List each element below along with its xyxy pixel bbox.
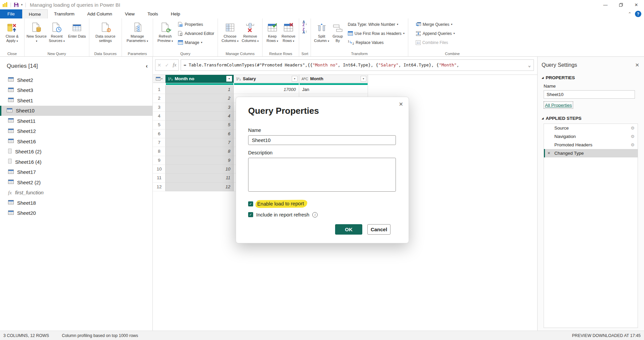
row-number[interactable]: 3 xyxy=(153,103,166,112)
append-queries-button[interactable]: Append Queries ▾ xyxy=(414,29,456,38)
whole-number-type-icon[interactable]: 1²₃ xyxy=(236,77,241,81)
data-type-button[interactable]: Data Type: Whole Number ▾ xyxy=(347,20,406,29)
tab-help[interactable]: Help xyxy=(165,9,187,18)
query-item-sheet11[interactable]: Sheet11 xyxy=(0,116,152,126)
cell-month-no[interactable]: 2 xyxy=(166,94,234,103)
cell-month-no[interactable]: 9 xyxy=(166,156,234,165)
cancel-button[interactable]: Cancel xyxy=(367,224,390,235)
save-icon[interactable] xyxy=(14,2,19,7)
replace-values-button[interactable]: 1↳2 Replace Values xyxy=(347,38,406,47)
cell-month-no[interactable]: 11 xyxy=(166,174,234,182)
close-query-settings-icon[interactable]: ✕ xyxy=(635,62,639,68)
enter-data-button[interactable]: Enter Data xyxy=(67,20,87,39)
text-type-icon[interactable]: AᴮC xyxy=(302,77,308,81)
column-header-month-no[interactable]: 1²₃ Month no ▾ xyxy=(166,75,234,83)
cell-month-no[interactable]: 4 xyxy=(166,112,234,120)
minimize-button[interactable]: — xyxy=(598,0,613,9)
description-textarea[interactable] xyxy=(248,158,396,192)
applied-step-promoted-headers[interactable]: Promoted Headers⚙ xyxy=(544,141,638,149)
settings-name-input[interactable] xyxy=(544,90,635,99)
row-number[interactable]: 2 xyxy=(153,94,166,103)
column-header-salary[interactable]: 1²₃ Salary ▾ xyxy=(234,75,299,83)
close-and-apply-button[interactable]: Close & Apply ▾ xyxy=(2,20,22,43)
query-item-sheet2[interactable]: Sheet2 xyxy=(0,75,152,85)
row-number[interactable]: 12 xyxy=(153,183,166,191)
cell-month-no[interactable]: 8 xyxy=(166,147,234,156)
data-source-settings-button[interactable]: ⚙ Data source settings xyxy=(91,20,120,43)
tab-home[interactable]: Home xyxy=(22,9,48,18)
query-item-sheet17[interactable]: Sheet17 xyxy=(0,167,152,178)
column-header-month[interactable]: AᴮC Month ▾ xyxy=(299,75,368,83)
collapse-ribbon-icon[interactable]: ⌃ xyxy=(628,11,632,16)
enable-load-checkbox[interactable]: ✓ xyxy=(248,201,253,206)
use-first-row-as-headers-button[interactable]: Use First Row as Headers ▾ xyxy=(347,29,406,38)
close-window-button[interactable]: ✕ xyxy=(629,0,644,9)
column-filter-icon[interactable]: ▾ xyxy=(361,76,366,82)
manage-parameters-button[interactable]: Manage Parameters ▾ xyxy=(124,20,151,43)
cell-month-no[interactable]: 7 xyxy=(166,138,234,147)
remove-columns-button[interactable]: Remove Columns ▾ xyxy=(240,20,260,43)
applied-step-navigation[interactable]: Navigation⚙ xyxy=(544,132,638,141)
include-refresh-checkbox[interactable]: ✓ xyxy=(248,212,253,217)
fx-icon[interactable]: fx xyxy=(173,62,177,68)
row-number[interactable]: 11 xyxy=(153,174,166,182)
maximize-button[interactable] xyxy=(613,0,629,9)
tab-tools[interactable]: Tools xyxy=(141,9,165,18)
applied-step-changed-type[interactable]: ✕Changed Type xyxy=(544,149,638,157)
group-by-button[interactable]: Group By xyxy=(330,20,345,43)
merge-queries-button[interactable]: Merge Queries ▾ xyxy=(414,20,456,29)
cancel-formula-icon[interactable]: ✕ xyxy=(157,62,162,68)
advanced-editor-button[interactable]: Advanced Editor xyxy=(177,29,216,38)
step-settings-icon[interactable]: ⚙ xyxy=(631,134,635,139)
choose-columns-button[interactable]: Choose Columns ▾ xyxy=(220,20,240,43)
tab-view[interactable]: View xyxy=(119,9,141,18)
row-number[interactable]: 5 xyxy=(153,120,166,129)
column-filter-icon[interactable]: ▾ xyxy=(292,76,297,82)
sort-descending-button[interactable]: ZA↓ xyxy=(301,27,309,35)
column-filter-icon[interactable]: ▾ xyxy=(226,76,232,82)
ok-button[interactable]: OK xyxy=(335,224,362,235)
row-number[interactable]: 1 xyxy=(153,85,166,94)
step-settings-icon[interactable]: ⚙ xyxy=(631,142,635,147)
cell-month-no[interactable]: 1 xyxy=(166,85,234,94)
delete-step-icon[interactable]: ✕ xyxy=(547,151,550,155)
sort-ascending-button[interactable]: AZ↓ xyxy=(301,20,309,27)
help-icon[interactable]: ? xyxy=(635,11,641,17)
properties-button[interactable]: Properties xyxy=(177,20,216,29)
query-item-sheet12[interactable]: Sheet12 xyxy=(0,126,152,137)
properties-section-header[interactable]: ◢ PROPERTIES xyxy=(538,75,644,80)
query-item-sheet3[interactable]: Sheet3 xyxy=(0,85,152,96)
query-item-first-function[interactable]: fxfirst_function xyxy=(0,188,152,198)
cell-month-no[interactable]: 10 xyxy=(166,165,234,174)
applied-step-source[interactable]: Source⚙ xyxy=(544,124,638,132)
query-item-sheet16-2[interactable]: Sheet16 (2) xyxy=(0,147,152,157)
row-number[interactable]: 9 xyxy=(153,156,166,165)
row-number[interactable]: 4 xyxy=(153,112,166,120)
quick-access-dropdown-icon[interactable]: ▾ xyxy=(21,3,23,6)
expand-formula-bar-icon[interactable]: ⌄ xyxy=(525,62,531,68)
keep-rows-button[interactable]: Keep Rows ▾ xyxy=(265,20,280,43)
cell-month-no[interactable]: 5 xyxy=(166,120,234,129)
collapse-queries-pane-icon[interactable]: ‹ xyxy=(146,63,148,69)
step-settings-icon[interactable]: ⚙ xyxy=(631,126,635,131)
split-column-button[interactable]: Split Column ▾ xyxy=(313,20,330,43)
row-number[interactable]: 7 xyxy=(153,138,166,147)
formula-input[interactable]: = Table.TransformColumnTypes(#"Promoted … xyxy=(181,59,534,71)
query-item-sheet16[interactable]: Sheet16 xyxy=(0,136,152,147)
query-item-sheet18[interactable]: Sheet18 xyxy=(0,198,152,208)
query-item-sheet1[interactable]: Sheet1 xyxy=(0,95,152,106)
cell-month-no[interactable]: 12 xyxy=(166,183,234,191)
info-icon[interactable]: i xyxy=(312,212,318,217)
tab-transform[interactable]: Transform xyxy=(48,9,81,18)
profiling-status[interactable]: Column profiling based on top 1000 rows xyxy=(62,333,138,338)
manage-button[interactable]: Manage ▾ xyxy=(177,38,216,47)
grid-select-all-corner[interactable]: ▾ xyxy=(153,75,166,83)
cell-salary[interactable]: 17000 xyxy=(234,85,299,94)
applied-steps-section-header[interactable]: ◢ APPLIED STEPS xyxy=(538,116,644,121)
row-number[interactable]: 8 xyxy=(153,147,166,156)
row-number[interactable]: 6 xyxy=(153,130,166,138)
cell-month-no[interactable]: 3 xyxy=(166,103,234,112)
whole-number-type-icon[interactable]: 1²₃ xyxy=(168,77,173,81)
tab-file[interactable]: File xyxy=(0,9,22,18)
query-item-sheet2-2[interactable]: Sheet2 (2) xyxy=(0,177,152,188)
